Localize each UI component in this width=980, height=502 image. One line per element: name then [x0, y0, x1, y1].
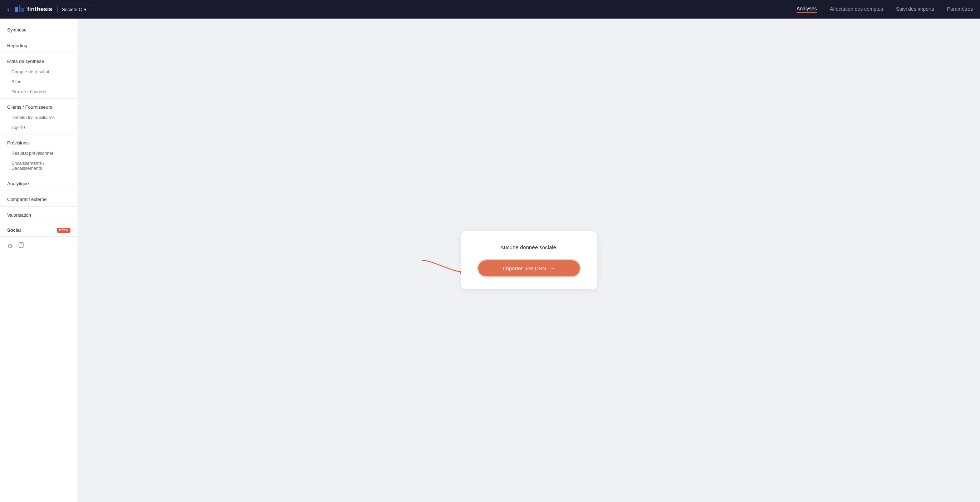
logo-icon [14, 4, 24, 14]
topnav-right: Analyses Affectation des comptes Suivi d… [797, 6, 973, 13]
nav-item-analyses[interactable]: Analyses [797, 6, 817, 13]
gear-icon[interactable]: ⚙ [7, 242, 13, 250]
topnav-left: ‹ finthesis Société C ▾ [7, 4, 791, 14]
sidebar-item-analytique[interactable]: Analytique [0, 176, 78, 189]
card-wrapper: Aucune donnée sociale. Importer une DSN … [461, 231, 597, 289]
company-name: Société C [62, 7, 82, 12]
sidebar-item-synthese[interactable]: Synthèse [0, 23, 78, 35]
back-button[interactable]: ‹ [7, 6, 9, 13]
sidebar-item-flux-tresorerie[interactable]: Flux de trésorerie [0, 87, 78, 97]
nav-item-parametres[interactable]: Paramètres [947, 6, 973, 13]
svg-rect-1 [19, 5, 21, 12]
sidebar-item-top10[interactable]: Top 10 [0, 122, 78, 133]
sidebar-item-compte-resultat[interactable]: Compte de résultat [0, 67, 78, 77]
sidebar-item-encaissements[interactable]: Encaissements / Décaissements [0, 158, 78, 173]
divider-analytique [0, 191, 78, 191]
top-navigation: ‹ finthesis Société C ▾ Analyses Affecta… [0, 0, 980, 19]
sidebar-footer: ⚙ [0, 236, 78, 255]
beta-badge: BÊTA [57, 228, 70, 233]
sidebar: Synthèse Reporting États de synthèse Com… [0, 19, 78, 502]
svg-rect-2 [21, 8, 24, 12]
svg-rect-0 [15, 7, 18, 12]
import-dsn-button[interactable]: Importer une DSN → [478, 260, 580, 276]
company-selector[interactable]: Société C ▾ [57, 5, 91, 14]
divider-comparatif [0, 206, 78, 207]
divider-valorisation [0, 222, 78, 222]
no-data-card: Aucune donnée sociale. Importer une DSN … [461, 231, 597, 289]
sidebar-item-resultat-previsionnel[interactable]: Résultat prévisionnel [0, 148, 78, 158]
divider-reporting [0, 52, 78, 53]
divider-previsions [0, 175, 78, 175]
arrow-right-icon: → [550, 265, 555, 272]
nav-item-affectation[interactable]: Affectation des comptes [830, 6, 883, 13]
divider-synthese [0, 37, 78, 37]
chevron-down-icon: ▾ [84, 7, 87, 12]
no-data-message: Aucune donnée sociale. [500, 244, 558, 250]
sidebar-item-social[interactable]: Social BÊTA [0, 224, 78, 236]
logo-text: finthesis [27, 6, 52, 13]
divider-clients [0, 134, 78, 135]
document-icon[interactable] [18, 242, 24, 250]
sidebar-item-reporting[interactable]: Reporting [0, 39, 78, 51]
sidebar-group-previsions: Prévisions [0, 136, 78, 148]
main-content: Aucune donnée sociale. Importer une DSN … [78, 19, 980, 502]
nav-item-suivi[interactable]: Suivi des imports [896, 6, 934, 13]
sidebar-item-details-auxiliaires[interactable]: Détails des auxiliaires [0, 113, 78, 122]
logo: finthesis [14, 4, 52, 14]
arrow-annotation [418, 257, 465, 276]
sidebar-item-bilan[interactable]: Bilan [0, 77, 78, 87]
sidebar-group-clients-fournisseurs: Clients / Fournisseurs [0, 100, 78, 113]
sidebar-item-valorisation[interactable]: Valorisation [0, 208, 78, 221]
import-btn-label: Importer une DSN [503, 265, 546, 272]
sidebar-group-etats-synthese: États de synthèse [0, 54, 78, 67]
main-layout: Synthèse Reporting États de synthèse Com… [0, 19, 980, 502]
sidebar-social-label: Social [7, 227, 21, 233]
sidebar-item-comparatif-externe[interactable]: Comparatif externe [0, 192, 78, 205]
